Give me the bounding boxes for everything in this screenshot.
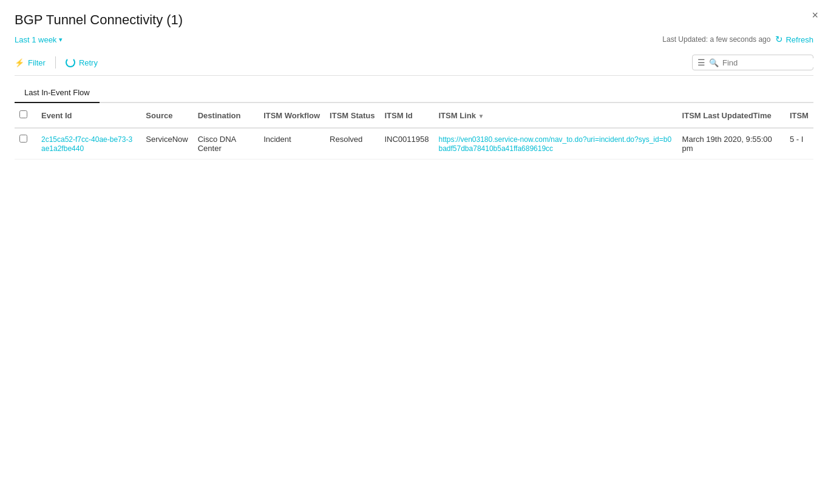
filter-label: Filter [28,58,46,67]
select-all-checkbox[interactable] [19,110,27,118]
header-itsm-workflow: ITSM Workflow [259,103,325,128]
events-table: Event Id Source Destination ITSM Workflo… [15,103,813,160]
retry-icon [66,58,75,67]
header-itsm-extra: ITSM [785,103,813,128]
table-container: Event Id Source Destination ITSM Workflo… [15,103,813,160]
search-box[interactable]: ☰ 🔍 [692,55,813,70]
filter-button[interactable]: ⚡ Filter [15,58,46,67]
main-panel: × BGP Tunnel Connectivity (1) Last 1 wee… [0,0,828,504]
row-checkbox[interactable] [19,135,27,143]
cell-itsm-link: https://ven03180.service-now.com/nav_to.… [433,128,677,160]
header-itsm-link[interactable]: ITSM Link ▼ [433,103,677,128]
chevron-down-icon: ▾ [59,36,63,44]
header-row: Last 1 week ▾ Last Updated: a few second… [15,34,813,45]
time-filter-button[interactable]: Last 1 week ▾ [15,35,63,44]
tabs-container: Last In-Event Flow [15,83,813,103]
retry-label: Retry [79,58,98,67]
page-title: BGP Tunnel Connectivity (1) [15,12,813,28]
toolbar-left: ⚡ Filter Retry [15,56,98,69]
cell-itsm-last-updated: March 19th 2020, 9:55:00 pm [677,128,785,160]
table-row: 2c15ca52-f7cc-40ae-be73-3ae1a2fbe440 Ser… [15,128,813,160]
cell-source: ServiceNow [141,128,192,160]
refresh-label: Refresh [786,35,813,44]
row-checkbox-cell [15,128,36,160]
table-header-row: Event Id Source Destination ITSM Workflo… [15,103,813,128]
event-id-link[interactable]: 2c15ca52-f7cc-40ae-be73-3ae1a2fbe440 [41,135,132,153]
retry-button[interactable]: Retry [66,58,98,67]
header-event-id: Event Id [36,103,141,128]
header-itsm-last-updated: ITSM Last UpdatedTime [677,103,785,128]
cell-event-id: 2c15ca52-f7cc-40ae-be73-3ae1a2fbe440 [36,128,141,160]
search-magnify-icon: 🔍 [709,58,719,67]
time-filter-label: Last 1 week [15,35,56,44]
refresh-button[interactable]: ↻ Refresh [775,34,813,45]
cell-itsm-workflow: Incident [259,128,325,160]
refresh-icon: ↻ [775,34,783,45]
toolbar-divider [55,56,56,69]
header-source: Source [141,103,192,128]
header-destination: Destination [193,103,259,128]
last-updated-section: Last Updated: a few seconds ago ↻ Refres… [662,34,813,45]
cell-itsm-extra: 5 - I [785,128,813,160]
cell-destination: Cisco DNA Center [193,128,259,160]
header-itsm-status: ITSM Status [325,103,379,128]
tab-last-in-event-flow[interactable]: Last In-Event Flow [15,83,100,103]
cell-itsm-id: INC0011958 [379,128,433,160]
itsm-link-value[interactable]: https://ven03180.service-now.com/nav_to.… [438,135,671,153]
header-checkbox-col [15,103,36,128]
filter-icon: ⚡ [15,58,24,67]
sort-icon: ▼ [478,113,484,119]
search-icon: ☰ [697,58,705,67]
header-itsm-id: ITSM Id [379,103,433,128]
close-button[interactable]: × [812,10,818,21]
search-input[interactable] [722,58,820,67]
cell-itsm-status: Resolved [325,128,379,160]
itsm-link-label: ITSM Link [438,111,475,120]
toolbar: ⚡ Filter Retry ☰ 🔍 [15,55,813,76]
last-updated-text: Last Updated: a few seconds ago [662,35,770,44]
